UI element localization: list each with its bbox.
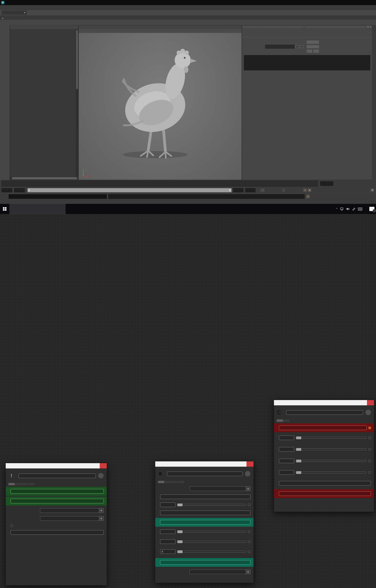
anim-start-field[interactable]	[1, 188, 12, 192]
dialog-titlebar[interactable]	[155, 461, 254, 467]
range-bar[interactable]	[27, 188, 232, 192]
detail-type-dropdown[interactable]	[40, 516, 104, 521]
playback-end-field[interactable]	[233, 188, 243, 192]
taskbar-search-input[interactable]	[10, 204, 66, 214]
up-vector-input[interactable]	[160, 560, 250, 565]
hide-button[interactable]	[313, 49, 319, 53]
drag-swatch-icon[interactable]	[296, 45, 299, 48]
sample-groom-checkbox[interactable]	[11, 524, 13, 527]
name-input[interactable]	[19, 473, 96, 478]
current-frame-field[interactable]	[320, 181, 333, 186]
presets-button[interactable]	[306, 45, 319, 49]
axis-of-alignment-dropdown[interactable]	[189, 570, 250, 574]
tab-bend[interactable]	[277, 420, 283, 422]
instance-to-dropdown[interactable]	[189, 486, 250, 491]
groom-attribute-input[interactable]	[11, 530, 104, 535]
help-icon[interactable]	[98, 473, 104, 478]
outliner-horizontal-scrollbar[interactable]	[10, 177, 76, 180]
scale-expression-input[interactable]	[160, 520, 250, 525]
tab-selection[interactable]	[171, 481, 177, 483]
tab-objects[interactable]	[165, 481, 171, 483]
dialog-titlebar[interactable]	[6, 463, 107, 468]
bend-direction-slider[interactable]	[296, 449, 367, 450]
panel-float-icon[interactable]: ❐	[367, 26, 369, 28]
bend-start-slider[interactable]	[296, 460, 367, 462]
close-icon[interactable]	[246, 461, 254, 467]
menu-set-dropdown[interactable]: ▾	[1, 10, 27, 14]
twist-variation-field[interactable]: 0	[160, 549, 176, 554]
alignment-variation-checkbox[interactable]	[248, 504, 250, 506]
notification-center-icon[interactable]	[369, 207, 375, 211]
tab-common[interactable]	[283, 420, 290, 422]
name-input[interactable]	[286, 410, 363, 415]
panel-close-icon[interactable]: ✕	[370, 26, 372, 28]
twist-field[interactable]	[160, 539, 176, 544]
bend-expression-input[interactable]	[279, 426, 367, 430]
bend-end-slider[interactable]	[296, 472, 367, 473]
volume-icon[interactable]	[346, 207, 350, 210]
auto-key-icon[interactable]: ⚿	[303, 188, 307, 192]
script-editor-icon[interactable]: {;}	[306, 194, 310, 198]
tab-mapping[interactable]	[15, 483, 21, 485]
bend-end-checkbox[interactable]	[368, 471, 371, 474]
tab-common[interactable]	[178, 481, 184, 483]
start-button[interactable]	[0, 204, 10, 214]
bend-start-checkbox[interactable]	[368, 460, 371, 462]
shelf-menu-icon[interactable]: ≡	[2, 17, 3, 20]
tray-chevron-icon[interactable]: ⌃	[336, 208, 338, 210]
default-expression-input[interactable]	[11, 499, 104, 503]
keyboard-icon[interactable]	[358, 208, 362, 210]
node-name-input[interactable]	[265, 45, 295, 49]
drag-swatch-icon-2[interactable]	[300, 45, 303, 48]
viewport-panel[interactable]: y x	[78, 25, 242, 180]
tab-instance[interactable]	[158, 481, 164, 483]
prefs-gear-icon[interactable]: ⚙	[371, 188, 374, 192]
bend-direction-field[interactable]	[279, 447, 294, 452]
alignment-variation-slider[interactable]	[177, 504, 246, 506]
close-icon[interactable]	[367, 400, 374, 405]
mel-input[interactable]	[9, 194, 107, 199]
tab-attribute[interactable]	[9, 483, 15, 485]
maya-titlebar[interactable]: M	[0, 0, 376, 5]
attribute-input[interactable]	[11, 489, 104, 494]
scale-variation-slider[interactable]	[177, 531, 246, 533]
twist-variation-slider[interactable]	[177, 551, 246, 553]
time-slider[interactable]	[0, 180, 376, 187]
help-icon[interactable]	[365, 410, 371, 415]
outliner-vertical-scrollbar[interactable]	[76, 29, 78, 177]
bend-random-checkbox[interactable]	[368, 437, 371, 439]
twist-slider[interactable]	[177, 541, 246, 543]
character-set-button[interactable]	[282, 188, 285, 192]
help-icon[interactable]	[245, 471, 250, 476]
twist-variation-checkbox[interactable]	[248, 551, 250, 553]
bend-random-field[interactable]	[279, 436, 294, 440]
bend-random-slider[interactable]	[296, 437, 367, 439]
twist-checkbox[interactable]	[248, 541, 250, 543]
alignment-input[interactable]	[160, 494, 250, 499]
show-button[interactable]	[306, 49, 313, 53]
offset-input[interactable]	[160, 511, 250, 515]
up-vector-input[interactable]	[279, 491, 371, 496]
playback-start-field[interactable]	[14, 188, 25, 192]
normal-input[interactable]	[279, 481, 371, 485]
scale-variation-field[interactable]	[160, 529, 176, 534]
bend-start-field[interactable]	[279, 459, 294, 463]
name-input[interactable]	[167, 472, 243, 476]
bend-end-field[interactable]	[279, 470, 294, 475]
pen-icon[interactable]	[352, 207, 356, 210]
network-icon[interactable]	[340, 207, 344, 210]
tab-common[interactable]	[28, 483, 35, 485]
anim-prefs-icon[interactable]: ♞	[308, 188, 311, 192]
attribute-type-dropdown[interactable]	[40, 508, 104, 513]
alignment-variation-field[interactable]	[160, 503, 176, 507]
bend-expression-checkbox[interactable]	[368, 427, 371, 429]
focus-button[interactable]	[306, 40, 319, 44]
dialog-titlebar[interactable]	[274, 400, 374, 405]
scale-variation-checkbox[interactable]	[248, 531, 250, 533]
close-icon[interactable]	[100, 463, 107, 468]
anim-layer-button[interactable]: ▿	[260, 188, 265, 192]
anim-end-field[interactable]	[245, 188, 255, 192]
notes-textarea[interactable]	[244, 55, 370, 70]
bend-direction-checkbox[interactable]	[368, 448, 371, 451]
tab-geometric[interactable]	[22, 483, 28, 485]
